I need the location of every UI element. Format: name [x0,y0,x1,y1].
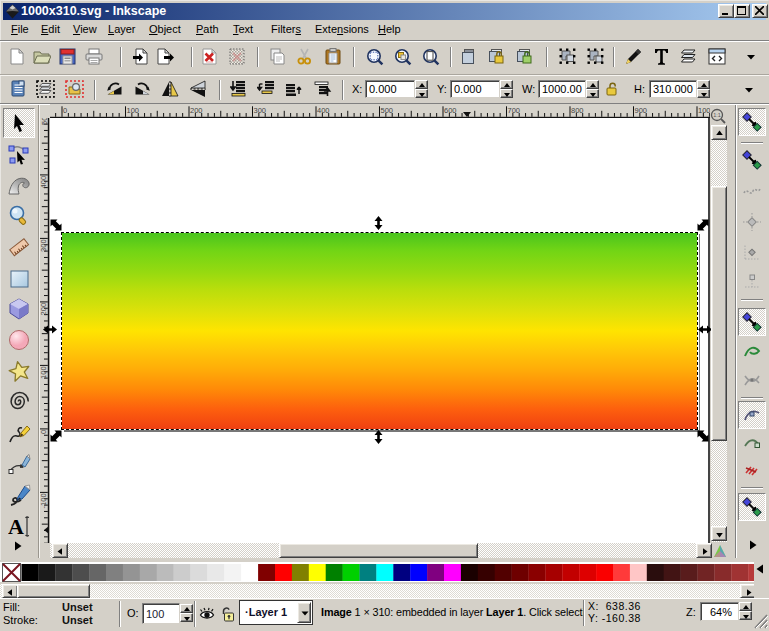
svg-text:200: 200 [40,303,49,316]
svg-text:100: 100 [40,366,49,379]
svg-text:-100: -100 [40,493,49,508]
svg-text:300: 300 [254,106,267,115]
svg-text:800: 800 [571,106,584,115]
svg-text:A: A [8,515,24,537]
svg-text:300: 300 [40,239,49,252]
svg-text:100: 100 [127,106,140,115]
svg-text:200: 200 [190,106,203,115]
svg-text:900: 900 [635,106,648,115]
svg-text:0: 0 [40,430,49,434]
svg-text:600: 600 [444,106,457,115]
svg-text:400: 400 [40,176,49,189]
svg-text:500: 500 [40,118,49,125]
svg-text:400: 400 [317,106,330,115]
svg-text:1000: 1000 [698,106,710,115]
svg-text:0: 0 [63,106,67,115]
svg-text:500: 500 [381,106,394,115]
svg-text:1:1: 1:1 [713,112,721,118]
svg-text:700: 700 [508,106,521,115]
